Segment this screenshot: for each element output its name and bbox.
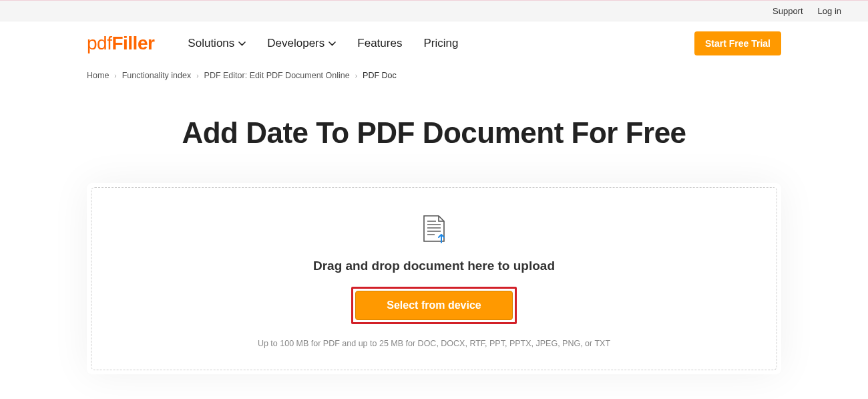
nav-features[interactable]: Features [357, 37, 402, 50]
logo-part2: Filler [112, 33, 154, 53]
top-utility-bar: Support Log in [0, 0, 868, 21]
breadcrumb-pdf-editor[interactable]: PDF Editor: Edit PDF Document Online [204, 71, 350, 80]
support-link[interactable]: Support [773, 6, 803, 16]
nav-pricing[interactable]: Pricing [423, 37, 458, 50]
breadcrumb-functionality-index[interactable]: Functionality index [122, 71, 192, 80]
upload-size-note: Up to 100 MB for PDF and up to 25 MB for… [258, 339, 610, 348]
breadcrumb-current: PDF Doc [363, 71, 397, 80]
chevron-down-icon [238, 41, 246, 46]
nav-solutions-label: Solutions [188, 37, 234, 50]
select-button-highlight: Select from device [351, 287, 516, 324]
upload-dropzone[interactable]: Drag and drop document here to upload Se… [91, 187, 777, 370]
page-title: Add Date To PDF Document For Free [0, 116, 868, 150]
main-header: pdfFiller Solutions Developers Features … [0, 21, 868, 65]
nav-features-label: Features [357, 37, 402, 50]
upload-card: Drag and drop document here to upload Se… [87, 183, 781, 374]
main-nav: Solutions Developers Features Pricing [188, 37, 458, 50]
nav-developers[interactable]: Developers [267, 37, 336, 50]
login-link[interactable]: Log in [818, 6, 841, 16]
logo[interactable]: pdfFiller [87, 33, 154, 54]
breadcrumb-separator: › [114, 72, 116, 80]
nav-solutions[interactable]: Solutions [188, 37, 246, 50]
logo-part1: pdf [87, 33, 112, 53]
upload-instruction: Drag and drop document here to upload [313, 259, 555, 273]
select-from-device-button[interactable]: Select from device [355, 291, 512, 320]
nav-developers-label: Developers [267, 37, 324, 50]
breadcrumb-separator: › [355, 72, 357, 80]
breadcrumb: Home › Functionality index › PDF Editor:… [0, 65, 868, 90]
breadcrumb-separator: › [196, 72, 198, 80]
document-upload-icon [421, 215, 447, 247]
start-free-trial-button[interactable]: Start Free Trial [694, 31, 781, 55]
nav-pricing-label: Pricing [423, 37, 458, 50]
breadcrumb-home[interactable]: Home [87, 71, 109, 80]
chevron-down-icon [329, 41, 336, 46]
